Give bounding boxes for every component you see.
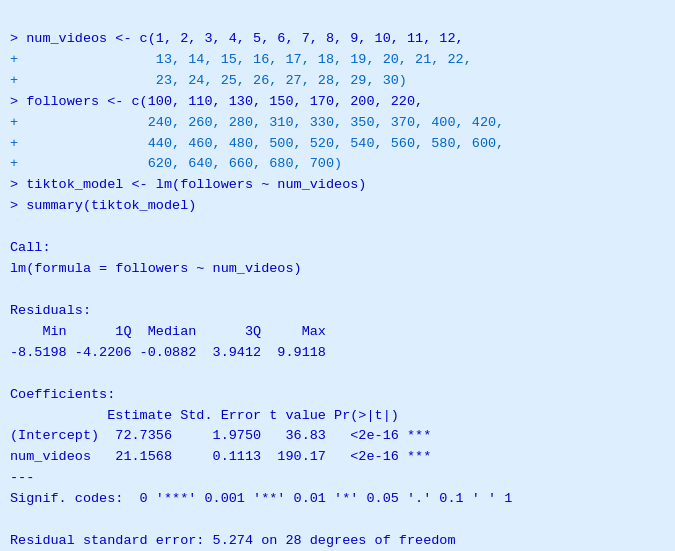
console-line-1: + 13, 14, 15, 16, 17, 18, 19, 20, 21, 22… (10, 50, 665, 71)
console-line-20: num_videos 21.1568 0.1113 190.17 <2e-16 … (10, 447, 665, 468)
console-line-23 (10, 510, 665, 531)
console-line-0: > num_videos <- c(1, 2, 3, 4, 5, 6, 7, 8… (10, 29, 665, 50)
console-line-21: --- (10, 468, 665, 489)
console-line-9 (10, 217, 665, 238)
console-line-15: -8.5198 -4.2206 -0.0882 3.9412 9.9118 (10, 343, 665, 364)
console-line-12 (10, 280, 665, 301)
console-line-22: Signif. codes: 0 '***' 0.001 '**' 0.01 '… (10, 489, 665, 510)
console-line-11: lm(formula = followers ~ num_videos) (10, 259, 665, 280)
console-line-10: Call: (10, 238, 665, 259)
console-line-6: + 620, 640, 660, 680, 700) (10, 154, 665, 175)
console-line-14: Min 1Q Median 3Q Max (10, 322, 665, 343)
console-line-5: + 440, 460, 480, 500, 520, 540, 560, 580… (10, 134, 665, 155)
console-line-24: Residual standard error: 5.274 on 28 deg… (10, 531, 665, 551)
r-console: > num_videos <- c(1, 2, 3, 4, 5, 6, 7, 8… (0, 0, 675, 551)
console-line-18: Estimate Std. Error t value Pr(>|t|) (10, 406, 665, 427)
console-line-8: > summary(tiktok_model) (10, 196, 665, 217)
console-line-17: Coefficients: (10, 385, 665, 406)
console-line-19: (Intercept) 72.7356 1.9750 36.83 <2e-16 … (10, 426, 665, 447)
console-line-2: + 23, 24, 25, 26, 27, 28, 29, 30) (10, 71, 665, 92)
console-line-3: > followers <- c(100, 110, 130, 150, 170… (10, 92, 665, 113)
console-line-13: Residuals: (10, 301, 665, 322)
console-line-7: > tiktok_model <- lm(followers ~ num_vid… (10, 175, 665, 196)
console-line-16 (10, 364, 665, 385)
console-line-4: + 240, 260, 280, 310, 330, 350, 370, 400… (10, 113, 665, 134)
